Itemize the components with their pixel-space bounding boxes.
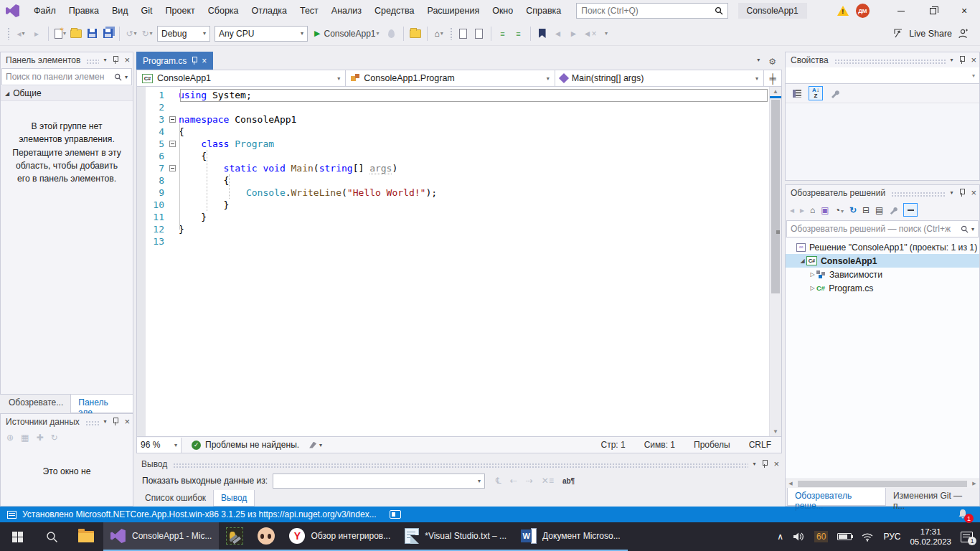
window-position-icon[interactable]: ▾	[753, 461, 755, 467]
speaker-icon[interactable]	[793, 532, 805, 542]
close-icon[interactable]: ×	[124, 55, 130, 65]
scroll-right-arrow[interactable]: ▶	[969, 481, 979, 486]
home-icon[interactable]: ⌂	[810, 205, 815, 215]
pending-changes-filter-icon[interactable]: ◔▾	[835, 205, 844, 215]
tab-error-list[interactable]: Список ошибок	[138, 490, 213, 507]
toolbar-grip[interactable]	[450, 27, 453, 40]
scrollbar-thumb[interactable]	[798, 481, 967, 487]
save-all-button[interactable]	[100, 25, 116, 42]
menu-item-Анализ[interactable]: Анализ	[325, 3, 368, 19]
properties-title-bar[interactable]: Свойства ▾ ×	[786, 52, 979, 67]
project-dropdown[interactable]: C# ConsoleApp1▾	[137, 70, 346, 86]
properties-object-dropdown[interactable]: ▾	[786, 67, 979, 84]
refresh-icon[interactable]: ↻	[50, 433, 57, 443]
output-title-bar[interactable]: Вывод ▾ ×	[136, 456, 782, 471]
collapse-region-icon[interactable]	[169, 116, 176, 123]
start-debug-button[interactable]: ▶ConsoleApp1▾	[310, 25, 384, 42]
pin-icon[interactable]	[762, 460, 767, 468]
refresh-icon[interactable]: ↻	[849, 205, 857, 215]
taskbar-app-yandex-browser[interactable]: YОбзор интегриров...	[282, 522, 397, 551]
increase-indent-button[interactable]: ≡	[511, 25, 527, 42]
code-line-6[interactable]: 6 {	[137, 150, 769, 162]
close-icon[interactable]: ×	[971, 188, 976, 197]
pin-icon[interactable]	[113, 418, 118, 425]
wrench-icon[interactable]	[827, 86, 842, 100]
taskbar-search-button[interactable]	[34, 522, 69, 551]
close-icon[interactable]: ×	[124, 417, 130, 426]
code-line-8[interactable]: 8 {	[137, 174, 769, 187]
solution-explorer-title-bar[interactable]: Обозреватель решений ▾ ×	[786, 185, 979, 200]
outline-margin[interactable]	[167, 138, 179, 150]
type-dropdown[interactable]: ConsoleApp1.Program▾	[346, 70, 555, 86]
hot-reload-button[interactable]	[384, 25, 400, 42]
battery-icon[interactable]	[837, 533, 852, 540]
clear-bookmarks-button[interactable]: ◄×	[582, 25, 598, 42]
document-health-indicator[interactable]: ✓ Проблемы не найдены.	[192, 440, 299, 450]
vertical-scrollbar[interactable]: ▲ ▼	[769, 87, 781, 436]
scrollbar-thumb[interactable]	[771, 100, 780, 293]
tree-item--consoleapp1-1-1-[interactable]: ∞Решение "ConsoleApp1" (проекты: 1 из 1)	[786, 240, 979, 254]
taskbar-app-word[interactable]: WДокумент Microso...	[514, 522, 628, 551]
navigate-backward-doc-button[interactable]	[456, 25, 471, 42]
undo-button[interactable]: ↺▾	[123, 25, 139, 42]
clock[interactable]: 17:31 05.02.2023	[910, 527, 951, 547]
clear-all-icon[interactable]: ✕≡	[542, 476, 554, 486]
action-center-icon[interactable]: 1	[961, 532, 973, 542]
user-avatar[interactable]: ДМ	[856, 4, 870, 18]
tree-item-program-cs[interactable]: ▷C#Program.cs	[786, 281, 979, 295]
platform-dropdown[interactable]: Any CPU▾	[215, 26, 308, 42]
code-line-2[interactable]: 2	[137, 101, 769, 113]
toolbar-grip[interactable]	[7, 27, 10, 40]
output-source-dropdown[interactable]: ▾	[273, 474, 485, 489]
split-window-button[interactable]: ╪	[764, 70, 781, 86]
code-line-3[interactable]: 3namespace ConsoleApp1	[137, 113, 769, 126]
forward-icon[interactable]: ▸	[800, 205, 804, 215]
show-hidden-icons[interactable]: ∧	[777, 532, 783, 542]
scroll-left-arrow[interactable]: ◀	[786, 481, 796, 486]
menu-item-Проект[interactable]: Проект	[159, 3, 202, 19]
tab-program-cs[interactable]: Program.cs ×	[136, 52, 213, 70]
menu-item-Правка[interactable]: Правка	[62, 3, 105, 19]
alphabetical-sort-icon[interactable]: A↓Z	[809, 86, 823, 100]
navigate-forward-button[interactable]: ▸	[29, 25, 44, 42]
restore-button[interactable]	[917, 0, 948, 22]
zoom-dropdown[interactable]: 96 %▾	[137, 438, 182, 453]
previous-bookmark-button[interactable]: ◄	[550, 25, 566, 42]
previous-message-icon[interactable]: ⇠	[510, 476, 517, 486]
data-sources-title-bar[interactable]: Источники данных ▾ ×	[1, 414, 133, 429]
outline-margin[interactable]	[167, 162, 179, 174]
code-line-13[interactable]: 13	[137, 235, 769, 248]
menu-item-Git[interactable]: Git	[135, 3, 159, 19]
save-button[interactable]	[84, 25, 100, 42]
open-file-button[interactable]	[68, 25, 84, 42]
toolbar-overflow-button[interactable]: ▾	[598, 25, 613, 42]
drag-handle[interactable]	[85, 420, 100, 425]
status-message[interactable]: Установлено Microsoft.NETCore.App.Host.w…	[22, 509, 377, 519]
wrench-icon[interactable]	[889, 206, 897, 215]
navigate-forward-doc-button[interactable]	[471, 25, 487, 42]
new-project-button[interactable]: ✶▾	[52, 25, 68, 42]
quick-search-box[interactable]: Поиск (Ctrl+Q)	[576, 3, 727, 19]
collapse-region-icon[interactable]	[169, 141, 176, 147]
menu-item-Сборка[interactable]: Сборка	[202, 3, 245, 19]
toolbox-search-box[interactable]: Поиск по панели элемен ▾	[1, 68, 132, 85]
chevron-down-icon[interactable]: ▾	[125, 74, 128, 80]
code-line-7[interactable]: 7 static void Main(string[] args)	[137, 162, 769, 174]
close-button[interactable]: ×	[948, 0, 980, 22]
code-line-10[interactable]: 10 }	[137, 199, 769, 211]
editor-options-gear-icon[interactable]: ⚙	[768, 57, 776, 67]
drag-handle[interactable]	[86, 59, 99, 64]
notifications-bell[interactable]: 1	[957, 509, 969, 520]
close-icon[interactable]: ×	[773, 459, 779, 468]
taskbar-app-isaac-game[interactable]	[250, 522, 282, 551]
pin-icon[interactable]	[192, 57, 197, 65]
code-line-11[interactable]: 11 }	[137, 211, 769, 223]
tab-git-changes[interactable]: Изменения Git — п...	[886, 488, 979, 506]
add-data-source-icon[interactable]: ⊕	[6, 433, 14, 443]
menu-item-Справка[interactable]: Справка	[519, 3, 567, 19]
code-line-9[interactable]: 9 Console.WriteLine("Hello World!");	[137, 187, 769, 199]
drag-handle[interactable]	[891, 192, 946, 197]
collapse-region-icon[interactable]	[169, 165, 176, 171]
panel-layout-icon[interactable]	[390, 510, 401, 519]
start-button[interactable]	[0, 522, 34, 551]
